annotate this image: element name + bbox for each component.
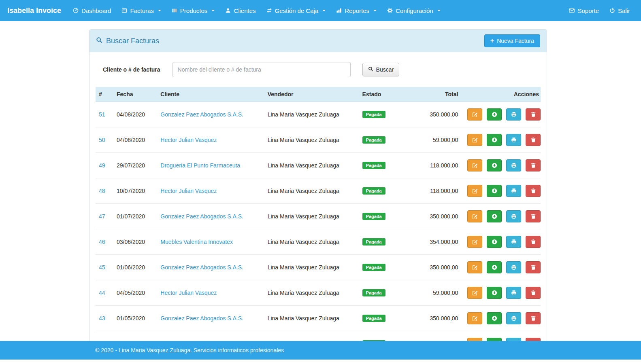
print-button[interactable]: [506, 236, 521, 248]
download-button[interactable]: [487, 134, 502, 146]
nav-dashboard[interactable]: Dashboard: [68, 0, 116, 21]
cash-icon: [266, 8, 272, 13]
delete-button[interactable]: [526, 159, 541, 171]
delete-button[interactable]: [526, 210, 541, 222]
trash-icon: [530, 315, 536, 321]
invoice-total: 59.000,00: [399, 127, 462, 153]
client-link[interactable]: Hector Julian Vasquez: [160, 137, 217, 143]
print-button[interactable]: [506, 134, 521, 146]
status-badge: Pagada: [362, 162, 385, 169]
edit-button[interactable]: [467, 108, 482, 121]
nav-gestion-de-caja[interactable]: Gestión de Caja: [261, 0, 331, 21]
search-input[interactable]: [172, 62, 351, 77]
plus-icon: +: [490, 38, 494, 44]
client-link[interactable]: Gonzalez Paez Abogados S.A.S.: [160, 264, 243, 271]
delete-button[interactable]: [526, 312, 541, 324]
nav-soporte[interactable]: Soporte: [564, 0, 604, 21]
download-button[interactable]: [487, 108, 502, 121]
download-button[interactable]: [487, 159, 502, 171]
page-title: Buscar Facturas: [96, 37, 159, 45]
client-link[interactable]: Gonzalez Paez Abogados S.A.S.: [160, 213, 243, 220]
print-icon: [511, 163, 517, 168]
invoice-id-link[interactable]: 50: [99, 137, 105, 143]
invoice-total: 118.000,00: [399, 178, 462, 204]
edit-button[interactable]: [467, 338, 482, 341]
edit-button[interactable]: [467, 210, 482, 222]
edit-button[interactable]: [467, 134, 482, 146]
print-button[interactable]: [506, 159, 521, 171]
download-button[interactable]: [487, 185, 502, 197]
print-button[interactable]: [506, 312, 521, 324]
print-button[interactable]: [506, 185, 521, 197]
new-invoice-button[interactable]: + Nueva Factura: [484, 34, 540, 47]
edit-button[interactable]: [467, 185, 482, 197]
dashboard-icon: [73, 8, 79, 13]
logout-icon: [609, 8, 615, 13]
edit-button[interactable]: [467, 261, 482, 273]
nav-clientes[interactable]: Clientes: [220, 0, 261, 21]
download-button[interactable]: [487, 338, 502, 341]
navbar: Isabella Invoice Dashboard Facturas Prod…: [0, 0, 641, 21]
delete-button[interactable]: [526, 185, 541, 197]
delete-button[interactable]: [526, 108, 541, 121]
delete-button[interactable]: [526, 236, 541, 248]
trash-icon: [530, 239, 536, 245]
edit-icon: [472, 239, 478, 245]
invoice-id-link[interactable]: 46: [99, 239, 105, 245]
invoice-id-link[interactable]: 45: [99, 264, 105, 271]
trash-icon: [530, 214, 536, 219]
invoice-id-link[interactable]: 43: [99, 315, 105, 322]
edit-button[interactable]: [467, 159, 482, 171]
brand[interactable]: Isabella Invoice: [0, 0, 68, 21]
client-link[interactable]: Muebles Valentina Innovatex: [160, 239, 233, 245]
print-button[interactable]: [506, 287, 521, 299]
client-link[interactable]: Hector Julian Vasquez: [160, 290, 217, 296]
download-icon: [492, 290, 497, 296]
search-button[interactable]: Buscar: [362, 63, 400, 76]
search-icon: [96, 37, 102, 45]
edit-button[interactable]: [467, 312, 482, 324]
nav-productos[interactable]: Productos: [166, 0, 220, 21]
trash-icon: [530, 163, 536, 168]
client-link[interactable]: Gonzalez Paez Abogados S.A.S.: [160, 111, 243, 118]
print-button[interactable]: [506, 261, 521, 273]
print-button[interactable]: [506, 210, 521, 222]
caret-down-icon: [437, 10, 441, 11]
invoice-id-link[interactable]: 51: [99, 111, 105, 118]
print-button[interactable]: [506, 108, 521, 121]
client-link[interactable]: Gonzalez Paez Abogados S.A.S.: [160, 315, 243, 322]
edit-button[interactable]: [467, 287, 482, 299]
invoice-id-link[interactable]: 48: [99, 188, 105, 194]
page-title-text: Buscar Facturas: [106, 37, 159, 45]
download-button[interactable]: [487, 287, 502, 299]
vendor-name: Lina Maria Vasquez Zuluaga: [264, 127, 359, 153]
nav-configuracion[interactable]: Configuración: [382, 0, 446, 21]
delete-button[interactable]: [526, 134, 541, 146]
invoice-id-link[interactable]: 47: [99, 213, 105, 220]
delete-button[interactable]: [526, 338, 541, 341]
nav-label: Soporte: [577, 7, 599, 14]
invoice-id-link[interactable]: 44: [99, 290, 105, 296]
nav-facturas[interactable]: Facturas: [116, 0, 166, 21]
status-badge: Pagada: [362, 136, 385, 144]
download-button[interactable]: [487, 261, 502, 273]
vendor-name: Lina Maria Vasquez Zuluaga: [264, 306, 359, 331]
download-button[interactable]: [487, 312, 502, 324]
invoice-total: 59.000,00: [399, 280, 462, 306]
nav-salir[interactable]: Salir: [604, 0, 635, 21]
download-icon: [492, 188, 497, 194]
status-badge: Pagada: [362, 289, 385, 296]
delete-button[interactable]: [526, 287, 541, 299]
caret-down-icon: [373, 10, 377, 11]
print-button[interactable]: [506, 338, 521, 341]
client-link[interactable]: Hector Julian Vasquez: [160, 188, 217, 194]
vendor-name: Lina Maria Vasquez Zuluaga: [264, 255, 359, 280]
edit-button[interactable]: [467, 236, 482, 248]
invoice-id-link[interactable]: 49: [99, 162, 105, 169]
delete-button[interactable]: [526, 261, 541, 273]
download-button[interactable]: [487, 236, 502, 248]
download-button[interactable]: [487, 210, 502, 222]
nav-reportes[interactable]: Reportes: [331, 0, 382, 21]
client-link[interactable]: Drogueria El Punto Farmaceuta: [160, 162, 240, 169]
settings-icon: [387, 8, 393, 13]
